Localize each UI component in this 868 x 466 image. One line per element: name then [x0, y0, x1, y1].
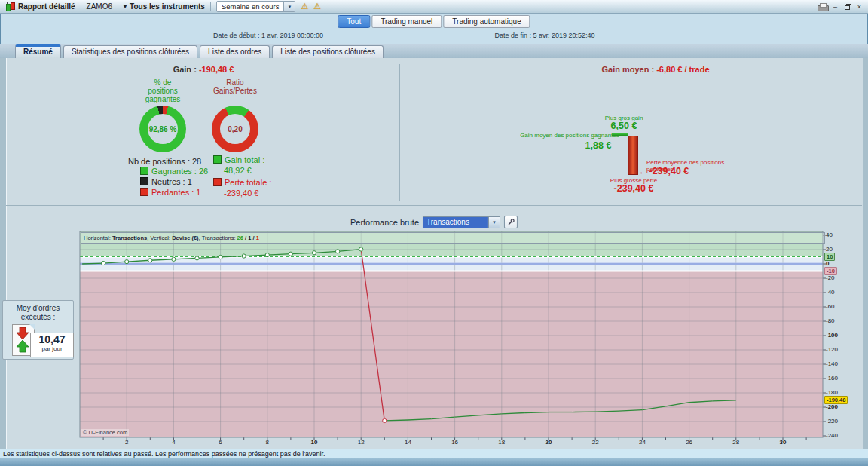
nb-positions: Nb de positions : 28 — [128, 157, 201, 166]
minimize-button[interactable]: – — [831, 3, 839, 11]
x-axis-label: 30 — [775, 439, 790, 446]
x-axis-label: 12 — [353, 439, 368, 446]
x-axis-label: 22 — [588, 439, 603, 446]
toolbar: Rapport détaillé ZAMO6 ▾ Tous les instru… — [0, 0, 868, 14]
divider — [399, 64, 400, 201]
performance-label: Performance brute — [350, 218, 419, 227]
legend-perte-totale: Perte totale : — [213, 178, 271, 187]
x-axis-label: 4 — [166, 439, 181, 446]
red-square-icon — [213, 178, 222, 186]
date-end: Date de fin : 5 avr. 2019 20:52:40 — [454, 32, 635, 39]
window-bottom-edge — [0, 458, 868, 466]
account-button[interactable]: ZAMO6 — [81, 0, 118, 13]
dropdown-arrow-icon[interactable]: ▼ — [488, 217, 500, 228]
plus-gros-gain-value: 6,50 € — [586, 121, 662, 131]
green-square-icon — [213, 155, 222, 164]
perte-moyenne-value: ← -239,40 € — [639, 166, 689, 176]
axis-value-box: -190,48 — [824, 396, 848, 404]
x-axis-label: 14 — [400, 439, 415, 446]
legend-gagnantes: Gagnantes : 26 — [140, 167, 208, 176]
candlestick-icon — [5, 2, 15, 11]
win-donut-title: % de positions gagnantes — [125, 78, 200, 103]
watermark: © IT-Finance.com — [81, 429, 129, 436]
divider — [6, 205, 862, 206]
wins-count: 26 — [237, 235, 243, 241]
date-start: Date de début : 1 avr. 2019 00:00:00 — [178, 32, 359, 39]
ratio-donut-title: Ratio Gains/Pertes — [197, 78, 273, 95]
restore-icon — [845, 4, 851, 9]
orders-title: Moy d'ordres exécutés : — [3, 304, 73, 322]
x-axis-label: 16 — [448, 439, 463, 446]
close-button[interactable]: × — [855, 3, 863, 11]
gain-moyen-title: Gain moyen : -6,80 € / trade — [527, 65, 784, 74]
performance-selector-row: Performance brute Transactions ▼ — [350, 216, 518, 228]
orders-per-day-value: 10,47 par jour — [30, 333, 74, 357]
x-axis-label: 2 — [119, 439, 134, 446]
chevron-down-icon: ▾ — [124, 3, 127, 10]
warning-icon[interactable]: ⚠ — [313, 2, 321, 11]
losses-count: 1 — [256, 235, 259, 241]
legend-neutres: Neutres : 1 — [140, 177, 192, 186]
instruments-dropdown[interactable]: ▾ Tous les instruments — [118, 0, 210, 13]
legend-gain-total: Gain total : — [213, 155, 264, 164]
performance-dropdown[interactable]: Transactions ▼ — [423, 216, 500, 228]
view-tab-bar: Tout Trading manuel Trading automatique — [338, 15, 530, 28]
window-title: Rapport détaillé — [18, 2, 75, 11]
y-axis-label: -240 — [826, 432, 851, 439]
chart-legend: Horizontal: Transactions, Vertical: Devi… — [81, 232, 825, 244]
period-dropdown[interactable]: Semaine en cours ▼ — [216, 1, 296, 12]
x-axis-label: 6 — [213, 439, 228, 446]
print-icon[interactable] — [818, 3, 827, 11]
orders-per-day-box: Moy d'ordres exécutés : 10,47 par jour — [2, 300, 74, 360]
y-axis-label: -180 — [826, 389, 851, 396]
plus-grosse-perte-value: -239,40 € — [599, 183, 668, 194]
report-window: Rapport détaillé ZAMO6 ▾ Tous les instru… — [0, 0, 868, 466]
gain-moyen-gagnantes-value: 1,88 € — [561, 140, 636, 151]
red-square-icon — [140, 188, 148, 196]
performance-chart[interactable] — [0, 230, 868, 449]
y-axis-label: -120 — [826, 346, 851, 353]
x-axis-label: 20 — [541, 439, 556, 446]
legend-perdantes: Perdantes : 1 — [140, 188, 200, 197]
perte-totale-value: -239,40 € — [224, 189, 258, 198]
left-arrow-icon: ← — [639, 167, 646, 176]
app-logo: Rapport détaillé — [0, 0, 81, 13]
avg-win-bar — [612, 133, 628, 136]
biggest-loss-bar — [628, 136, 638, 175]
chart-settings-button[interactable] — [504, 216, 518, 228]
axis-value-box: 10 — [824, 253, 835, 261]
status-bar: Les statistiques ci-dessus sont relative… — [0, 449, 868, 458]
y-axis-label: -100 — [826, 332, 851, 339]
dropdown-arrow-icon[interactable]: ▼ — [283, 2, 295, 11]
gain-total-value: 48,92 € — [224, 166, 252, 175]
wrench-icon — [507, 219, 515, 226]
x-axis-label: 8 — [260, 439, 275, 446]
gain-title: Gain : -190,48 € — [98, 65, 309, 74]
gain-moyen-gagnantes-label: Gain moyen des positions gagnantes → — [494, 132, 627, 139]
tab-trading-automatique[interactable]: Trading automatique — [443, 15, 530, 28]
tab-trading-manuel[interactable]: Trading manuel — [371, 15, 442, 28]
y-axis-label: -200 — [826, 403, 851, 410]
report-tab-bar: Résumé Statistiques des positions clôtur… — [0, 44, 868, 58]
black-square-icon — [140, 177, 148, 185]
restore-button[interactable] — [843, 3, 851, 11]
axis-value-box: -10 — [824, 267, 837, 275]
x-axis-label: 24 — [634, 439, 649, 446]
tab-tout[interactable]: Tout — [338, 15, 370, 28]
tab-resume[interactable]: Résumé — [15, 44, 61, 58]
y-axis-label: -40 — [826, 289, 851, 296]
tab-liste-positions[interactable]: Liste des positions clôturées — [272, 45, 384, 58]
warning-icon[interactable]: ⚠ — [301, 2, 308, 11]
ratio-donut-chart: 0,20 — [212, 106, 258, 152]
y-axis-label: -60 — [826, 303, 851, 310]
tab-statistiques[interactable]: Statistiques des positions clôturées — [63, 45, 197, 58]
gain-value: -190,48 € — [199, 65, 234, 74]
y-axis-label: 0 — [826, 260, 851, 267]
x-axis-label: 10 — [307, 439, 322, 446]
y-axis-label: -140 — [826, 360, 851, 367]
tab-liste-ordres[interactable]: Liste des ordres — [200, 45, 270, 58]
y-axis-label: 40 — [826, 231, 851, 238]
win-donut-value: 92,86 % — [148, 114, 178, 144]
y-axis-label: 20 — [826, 246, 851, 253]
y-axis-label: -220 — [826, 418, 851, 425]
